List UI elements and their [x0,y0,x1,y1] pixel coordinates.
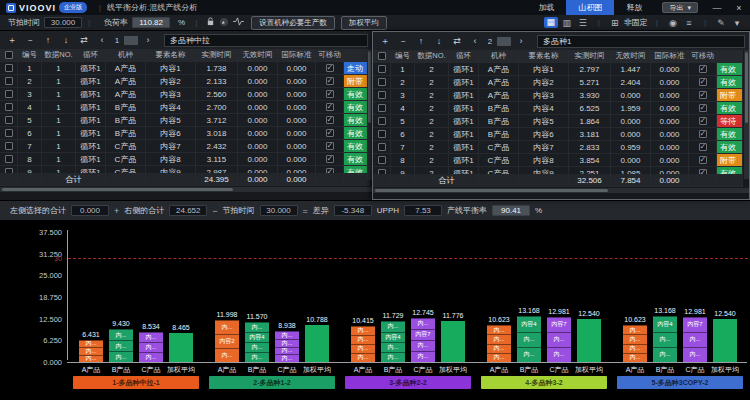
bar-chart-icon[interactable]: ▥ [560,18,574,28]
add-row-icon[interactable]: ＋ [4,34,20,47]
minimize-button[interactable]: — [706,3,728,13]
row-checkbox[interactable] [378,130,386,138]
group-label-box[interactable]: 1-多品种中拉-1 [73,376,199,389]
bar[interactable]: 内...内...内容7 [683,317,707,362]
prev-page-icon[interactable]: ‹ [94,35,110,45]
dataset-name-field[interactable]: 多品种1 [537,35,745,48]
row-checkbox[interactable] [378,143,386,151]
move-down-icon[interactable]: ↓ [431,36,447,46]
movable-checkbox[interactable] [699,104,707,112]
bar[interactable]: 内...内...内...内... [487,325,511,362]
table-row[interactable]: 82循环1C产品内容83.8540.0000.000附带 [373,154,743,167]
edit-circle-icon[interactable] [217,17,231,29]
vertical-scrollbar[interactable] [744,50,749,179]
bar[interactable]: 内...内...内容4内... [381,321,405,362]
swap-icon[interactable]: ⇄ [76,35,92,45]
menu-icon[interactable]: ≡ [682,18,696,28]
table-row[interactable]: 72循环1C产品内容72.8330.9590.000有效 [373,141,743,154]
pulse-icon[interactable] [231,17,245,28]
bar[interactable]: 内...内...内...内... [351,326,375,362]
bar[interactable]: 内...内...内...内... [275,331,299,362]
movable-checkbox[interactable] [699,143,707,151]
row-checkbox[interactable] [5,142,13,150]
add-row-icon[interactable]: ＋ [377,35,393,48]
table-row[interactable]: 91循环1C产品内容92.9870.0000.000有效 [0,166,370,173]
tab-load[interactable]: 加载 [526,0,566,15]
bar[interactable]: 内...内...内... [109,329,133,362]
fixed-mode-toggle[interactable]: 非固定 [624,17,648,28]
movable-checkbox[interactable] [326,129,334,137]
dataset-name-field[interactable]: 多品种中拉 [164,34,368,47]
movable-checkbox[interactable] [699,65,707,73]
bar[interactable] [713,319,737,362]
row-checkbox[interactable] [5,90,13,98]
table-row[interactable]: 52循环1B产品内容51.8640.0000.000等待 [373,115,743,128]
horizontal-scrollbar[interactable] [373,188,749,193]
row-checkbox[interactable] [378,117,386,125]
page-box[interactable] [124,36,138,45]
select-all-checkbox[interactable] [378,52,386,60]
move-down-icon[interactable]: ↓ [58,35,74,45]
set-machine-production-button[interactable]: 设置机种必要生产数 [251,16,335,30]
row-checkbox[interactable] [378,91,386,99]
swap-icon[interactable]: ⇄ [449,36,465,46]
bar[interactable]: 内...内...内... [139,332,163,362]
table-row[interactable]: 62循环1B产品内容63.1810.0000.000有效 [373,128,743,141]
movable-checkbox[interactable] [699,91,707,99]
table-row[interactable]: 21循环1A产品内容22.1330.0000.000附带 [0,75,370,88]
load-rate-input[interactable]: 110.82 [132,17,170,28]
select-all-checkbox[interactable] [5,51,13,59]
bar[interactable] [305,325,329,362]
weighted-average-button[interactable]: 加权平均 [341,16,387,30]
table-row[interactable]: 32循环1A产品内容33.9300.0000.000附带 [373,89,743,102]
table-row[interactable]: 71循环1C产品内容72.4320.0000.000有效 [0,140,370,153]
movable-checkbox[interactable] [326,64,334,72]
group-label-box[interactable]: 3-多品种2-2 [345,376,471,389]
row-checkbox[interactable] [5,64,13,72]
bar[interactable]: 内...内...内...内... [623,325,647,362]
table-row[interactable]: 31循环1A产品内容32.5600.0000.000有效 [0,88,370,101]
tab-stack-chart[interactable]: 山积图 [566,0,614,15]
bar[interactable] [169,333,193,362]
row-checkbox[interactable] [5,129,13,137]
row-checkbox[interactable] [378,104,386,112]
row-checkbox[interactable] [5,77,13,85]
row-checkbox[interactable] [5,116,13,124]
bar[interactable]: 内...内...内容4 [517,316,541,362]
export-dropdown[interactable]: 导出 ▾ [662,2,698,13]
caret-down-icon[interactable]: ▾ [730,18,744,28]
remove-row-icon[interactable]: － [395,35,411,48]
movable-checkbox[interactable] [699,78,707,86]
movable-checkbox[interactable] [699,156,707,164]
table-row[interactable]: 41循环1B产品内容42.7000.0000.000有效 [0,101,370,114]
bar[interactable]: 内...内...内容7内... [411,318,435,362]
group-label-box[interactable]: 2-多品种1-2 [209,376,335,389]
row-checkbox[interactable] [378,65,386,73]
remove-row-icon[interactable]: － [22,34,38,47]
grid-view-icon[interactable]: ▦ [544,17,558,28]
bar[interactable]: 内...内...内容7 [547,317,571,362]
prev-page-icon[interactable]: ‹ [467,36,483,46]
bar[interactable]: 内...内...内... [79,340,103,362]
next-page-icon[interactable]: › [140,35,156,45]
movable-checkbox[interactable] [699,130,707,138]
movable-checkbox[interactable] [326,142,334,150]
table-row[interactable]: 51循环1B产品内容53.7120.0000.000有效 [0,114,370,127]
table-row[interactable]: 81循环1C产品内容83.1150.0000.000有效 [0,153,370,166]
group-label-box[interactable]: 5-多品种3COPY-2 [617,376,743,389]
close-button[interactable]: × [728,3,750,13]
row-checkbox[interactable] [5,168,13,173]
takt-time-input[interactable]: 30.000 [44,17,82,28]
row-checkbox[interactable] [378,169,386,174]
horizontal-scrollbar[interactable] [0,187,372,192]
table-row[interactable]: 61循环1B产品内容63.0180.0000.000有效 [0,127,370,140]
group-label-box[interactable]: 4-多品种3-2 [481,376,607,389]
movable-checkbox[interactable] [326,77,334,85]
movable-checkbox[interactable] [699,169,707,174]
movable-checkbox[interactable] [326,155,334,163]
movable-checkbox[interactable] [326,116,334,124]
page-box[interactable] [497,37,511,46]
movable-checkbox[interactable] [699,117,707,125]
list-view-icon[interactable]: ☰ [576,18,590,28]
printer-icon[interactable]: ◉ [666,18,680,28]
